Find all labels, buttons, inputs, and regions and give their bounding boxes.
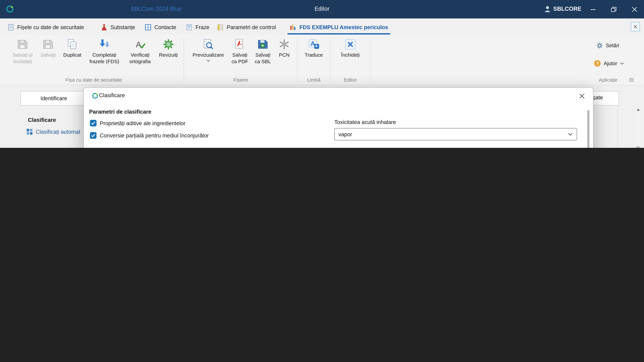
panel-divider [617,106,618,148]
dialog-logo-icon [92,92,98,101]
group-label-files: Fișiere [187,77,294,83]
section-title-classification: Clasificare [28,117,56,123]
settings-button[interactable]: Setări [596,42,619,49]
ribbon-separator [184,38,184,82]
group-label-sds: Fișa cu date de securitate [6,77,180,83]
translate-button[interactable]: A Traduce [300,37,328,58]
minimize-button[interactable] [584,0,602,18]
contacts-icon [144,24,152,31]
menu-icon[interactable] [629,78,634,82]
chevron-down-icon [206,59,210,62]
check-icon [91,121,96,125]
app-logo-icon [5,4,14,15]
tab-contacts[interactable]: Contacte [144,22,176,32]
auto-classify-button[interactable]: Clasificați automat [26,129,80,135]
window-title: Editor [314,5,330,12]
fill-phrases-button[interactable]: Completați frazele (FDS) [85,37,123,65]
app-window: SBLCore 2024 Blue Editor SBLCORE Fișele … [0,0,644,148]
main-scrollbar[interactable] [635,106,641,148]
active-tab-underline [288,33,390,34]
close-x-icon [344,38,356,50]
save-as-pdf-button[interactable]: Salvați ca PDF [228,37,252,65]
svg-text:?: ? [596,61,599,66]
save-icon [16,38,29,50]
gear-icon [162,38,174,50]
ribbon: Salvați și închideți Salvați Duplicat Co… [0,35,644,85]
duplicate-button[interactable]: Duplicat [60,37,85,58]
group-label-language: Limbă [298,77,330,83]
params-heading: Parametri de clasificare [89,109,151,115]
help-icon: ? [594,60,601,67]
duplicate-icon [66,38,78,50]
page-tab-identificare[interactable]: Identificare [20,91,87,106]
sbl-floppy-icon [257,38,269,50]
spellcheck-button[interactable]: A Verificați ortografia [125,37,155,65]
dialog-title: Clasificare [99,92,125,98]
titlebar: SBLCore 2024 Blue Editor SBLCORE [0,0,644,18]
save-and-close-button[interactable]: Salvați și închideți [9,37,36,65]
help-button[interactable]: ? Ajutor [594,60,624,67]
ribbon-separator [297,38,297,82]
preview-icon [202,38,214,50]
svg-text:A: A [136,40,142,49]
close-tab-button[interactable] [631,22,640,31]
gear-icon [596,42,603,49]
dialog-scrollbar-thumb[interactable] [587,110,589,148]
classification-dialog: Clasificare Parametri de clasificare Pro… [83,87,594,148]
toxicity-dropdown[interactable]: vapor [334,128,577,140]
scrollbar-thumb[interactable] [636,146,640,148]
tab-substances[interactable]: Substanțe [100,22,135,32]
tab-sds-list[interactable]: Fișele cu date de securitate [8,22,84,32]
app-title: SBLCore 2024 Blue [131,5,182,12]
save-as-sbl-button[interactable]: Salvați ca SBL [252,37,274,65]
phrases-icon [186,24,193,31]
close-icon [579,93,585,99]
tab-phrases[interactable]: Fraze [186,22,210,32]
maximize-restore-button[interactable] [605,0,622,18]
dialog-close-button[interactable] [576,90,588,102]
group-label-editor: Editor [333,77,368,83]
tab-fds-exemplu[interactable]: FDS EXEMPLU Amestec periculos [290,22,388,32]
pdf-icon [234,38,246,50]
fds-document-icon [290,24,297,31]
double-down-arrows-icon [98,38,110,50]
spellcheck-icon: A [134,38,146,50]
check-icon [91,133,96,138]
save-icon [42,38,54,50]
pcn-asterisk-icon [278,38,290,50]
grid-icon [26,129,33,135]
dialog-scrollbar[interactable] [587,109,589,148]
ribbon-separator [330,38,330,82]
toxicity-label: Toxicitatea acută inhalare [334,119,396,125]
scroll-up-icon[interactable] [636,108,640,111]
close-icon [633,25,637,29]
document-tabbar: Fișele cu date de securitate Substanțe C… [0,18,644,35]
checkbox-additive-properties[interactable] [90,120,96,126]
close-window-button[interactable] [626,0,643,18]
substance-flask-icon [100,24,108,31]
review-button[interactable]: Revizuiți [156,37,181,58]
save-button[interactable]: Salvați [38,37,58,58]
tab-control-parameters[interactable]: Parametri de control [217,22,276,32]
close-editor-button[interactable]: Închideți [335,37,366,58]
pcn-button[interactable]: PCN [275,37,293,58]
ribbon-separator [371,38,371,82]
preview-button[interactable]: Previzualizare [190,37,226,62]
user-icon [544,5,551,14]
user-account-label[interactable]: SBLCORE [553,5,582,12]
translate-icon: A [308,38,320,50]
control-parameters-icon [217,24,224,31]
chevron-down-icon [568,133,572,136]
sds-list-icon [8,24,14,31]
checkbox-partial-conversion[interactable] [90,132,96,139]
chevron-down-icon [620,62,624,65]
